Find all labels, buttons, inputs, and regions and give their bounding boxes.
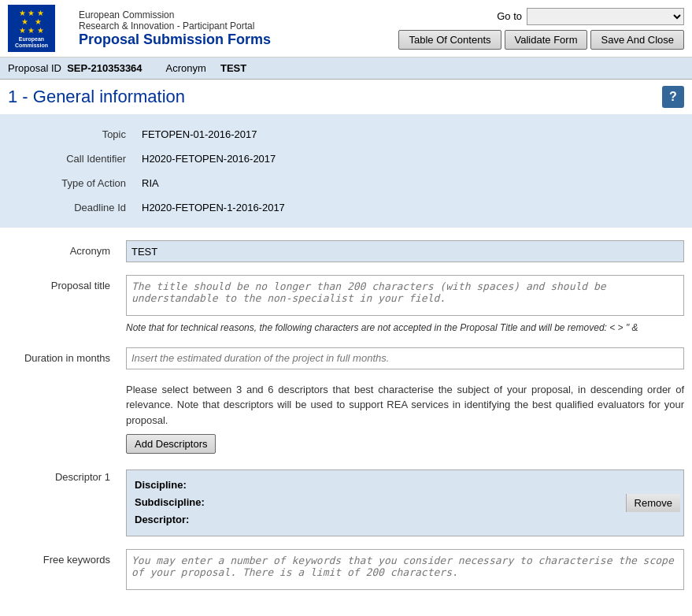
free-keywords-row: Free keywords	[8, 543, 684, 599]
proposal-title-note: Note that for technical reasons, the fol…	[126, 321, 684, 335]
acronym-input[interactable]	[126, 240, 684, 262]
action-value: RIA	[142, 177, 159, 189]
help-button[interactable]: ?	[662, 86, 684, 108]
call-value: H2020-FETOPEN-2016-2017	[142, 153, 276, 165]
save-and-close-button[interactable]: Save And Close	[590, 30, 684, 50]
header-right: Go to Table Of Contents Validate Form Sa…	[398, 8, 684, 50]
add-descriptors-button[interactable]: Add Descriptors	[126, 434, 216, 454]
descriptors-empty-label	[8, 382, 126, 387]
eu-stars-icon: ★ ★ ★★ ★★ ★ ★ EuropeanCommission	[15, 9, 48, 48]
descriptor1-content: Discipline: Subdiscipline: Descriptor:	[127, 470, 623, 535]
info-row-call: Call Identifier H2020-FETOPEN-2016-2017	[16, 147, 676, 171]
acronym-bar-value: TEST	[220, 62, 246, 74]
section-title-row: 1 - General information ?	[0, 80, 692, 114]
btn-row: Table Of Contents Validate Form Save And…	[398, 30, 684, 50]
free-keywords-label: Free keywords	[8, 549, 126, 566]
descriptors-control: Please select between 3 and 6 descriptor…	[126, 382, 684, 455]
acronym-control	[126, 240, 684, 262]
descriptor1-descriptor: Descriptor:	[135, 511, 615, 529]
descriptor1-remove-button[interactable]: Remove	[626, 494, 680, 512]
deadline-label: Deadline Id	[16, 202, 142, 213]
topic-label: Topic	[16, 128, 142, 140]
duration-label: Duration in months	[8, 347, 126, 364]
goto-label: Go to	[497, 10, 522, 22]
section-title: 1 - General information	[8, 87, 654, 107]
action-label: Type of Action	[16, 177, 142, 189]
proposal-title-input[interactable]	[126, 275, 684, 316]
acronym-row: Acronym	[8, 234, 684, 269]
proposal-title-row: Proposal title Note that for technical r…	[8, 269, 684, 341]
goto-row: Go to	[497, 8, 684, 25]
deadline-value: H2020-FETOPEN-1-2016-2017	[142, 202, 285, 213]
form-section: Acronym Proposal title Note that for tec…	[0, 234, 692, 599]
descriptor1-row: Descriptor 1 Discipline: Subdiscipline: …	[8, 460, 684, 542]
descriptor1-control: Discipline: Subdiscipline: Descriptor: R…	[126, 466, 684, 536]
descriptors-note: Please select between 3 and 6 descriptor…	[126, 382, 684, 429]
free-keywords-input[interactable]	[126, 549, 684, 590]
descriptor1-label: Descriptor 1	[8, 466, 126, 483]
descriptor1-subdiscipline: Subdiscipline:	[135, 494, 615, 511]
proposal-title-label: Proposal title	[8, 275, 126, 291]
info-row-topic: Topic FETOPEN-01-2016-2017	[16, 122, 676, 147]
org-line2: Research & Innovation - Participant Port…	[79, 20, 390, 32]
info-row-action: Type of Action RIA	[16, 171, 676, 195]
descriptors-row: Please select between 3 and 6 descriptor…	[8, 376, 684, 461]
proposal-bar: Proposal ID SEP-210353364 Acronym TEST	[0, 58, 692, 80]
topic-value: FETOPEN-01-2016-2017	[142, 128, 257, 140]
acronym-form-label: Acronym	[8, 240, 126, 257]
proposal-id-label: Proposal ID	[8, 62, 61, 74]
descriptor1-box: Discipline: Subdiscipline: Descriptor: R…	[126, 469, 684, 536]
proposal-id-value: SEP-210353364	[67, 62, 142, 74]
acronym-bar-label: Acronym	[166, 62, 206, 74]
header-text: European Commission Research & Innovatio…	[79, 9, 390, 48]
free-keywords-control	[126, 549, 684, 592]
info-block: Topic FETOPEN-01-2016-2017 Call Identifi…	[0, 114, 692, 228]
info-row-deadline: Deadline Id H2020-FETOPEN-1-2016-2017	[16, 195, 676, 220]
app-title: Proposal Submission Forms	[79, 32, 390, 48]
duration-control	[126, 347, 684, 369]
goto-select[interactable]	[527, 8, 684, 25]
descriptor1-discipline: Discipline:	[135, 477, 615, 494]
proposal-title-control: Note that for technical reasons, the fol…	[126, 275, 684, 335]
table-of-contents-button[interactable]: Table Of Contents	[398, 30, 501, 50]
eu-logo: ★ ★ ★★ ★★ ★ ★ EuropeanCommission	[8, 5, 55, 52]
call-label: Call Identifier	[16, 153, 142, 165]
validate-form-button[interactable]: Validate Form	[505, 30, 588, 50]
org-line1: European Commission	[79, 9, 390, 20]
header: ★ ★ ★★ ★★ ★ ★ EuropeanCommission Europea…	[0, 0, 692, 58]
duration-row: Duration in months	[8, 341, 684, 376]
duration-input[interactable]	[126, 347, 684, 369]
logo-area: ★ ★ ★★ ★★ ★ ★ EuropeanCommission	[8, 5, 71, 52]
